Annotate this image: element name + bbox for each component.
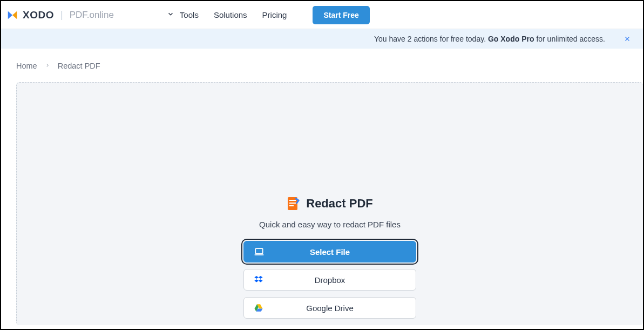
banner-text-bold[interactable]: Go Xodo Pro — [488, 35, 534, 43]
banner-text: You have 2 actions for free today. Go Xo… — [374, 35, 605, 43]
dropzone-subtitle: Quick and easy way to redact PDF files — [259, 220, 401, 229]
promo-banner: You have 2 actions for free today. Go Xo… — [1, 29, 643, 49]
chevron-down-icon — [167, 10, 174, 19]
banner-text-after: for unlimited access. — [534, 35, 606, 43]
laptop-icon — [254, 246, 265, 257]
banner-text-before: You have 2 actions for free today. — [374, 35, 488, 43]
nav-tools[interactable]: Tools — [167, 10, 199, 19]
nav-solutions[interactable]: Solutions — [214, 10, 247, 19]
nav-pricing[interactable]: Pricing — [262, 10, 287, 19]
xodo-logo-icon — [6, 9, 18, 21]
nav-tools-label: Tools — [180, 10, 199, 19]
redact-pdf-icon — [287, 196, 300, 211]
dropbox-icon — [254, 275, 263, 285]
breadcrumb: Home Redact PDF — [1, 49, 643, 79]
dropbox-label: Dropbox — [315, 275, 345, 285]
google-drive-button[interactable]: Google Drive — [243, 297, 416, 319]
nav: Tools Solutions Pricing Start Free — [167, 6, 370, 24]
svg-rect-4 — [289, 203, 296, 204]
chevron-right-icon — [45, 62, 50, 70]
google-drive-icon — [254, 303, 263, 313]
svg-rect-5 — [289, 205, 294, 206]
close-icon[interactable] — [623, 35, 631, 43]
breadcrumb-current: Redact PDF — [58, 62, 100, 70]
breadcrumb-home[interactable]: Home — [16, 62, 37, 70]
dropzone-title-row: Redact PDF — [287, 196, 372, 211]
svg-rect-6 — [255, 248, 262, 253]
dropzone-title: Redact PDF — [306, 197, 372, 211]
header: XODO | PDF.online Tools Solutions Pricin… — [1, 1, 643, 29]
google-drive-label: Google Drive — [306, 304, 354, 313]
logo-text: XODO — [23, 9, 54, 21]
dropzone[interactable]: Redact PDF Quick and easy way to redact … — [16, 82, 643, 325]
dropbox-button[interactable]: Dropbox — [243, 269, 416, 291]
start-free-button[interactable]: Start Free — [313, 6, 369, 24]
svg-rect-3 — [289, 200, 296, 201]
select-file-button[interactable]: Select File — [243, 241, 416, 262]
sublogo-text: PDF.online — [70, 10, 114, 21]
logo[interactable]: XODO | PDF.online — [6, 9, 114, 21]
logo-divider: | — [60, 9, 63, 21]
select-file-label: Select File — [310, 247, 350, 257]
